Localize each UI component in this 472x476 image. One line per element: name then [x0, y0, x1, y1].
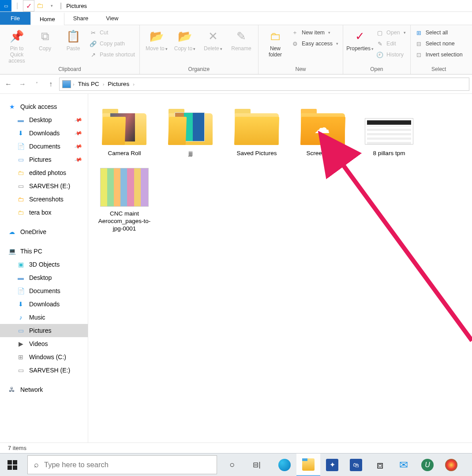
sidebar-item-documents2[interactable]: 📄Documents	[0, 284, 88, 298]
titlebar-folder-icon: 🗀	[34, 0, 46, 11]
pictures-icon: ▭	[17, 156, 25, 163]
sidebar-item-documents[interactable]: 📄Documents📌	[0, 140, 88, 153]
nav-recent-button[interactable]: ˅	[31, 78, 42, 90]
sidebar-item-e[interactable]: ▭SARVESH (E:)	[0, 364, 88, 377]
item-saved-pictures[interactable]: Saved Pictures	[226, 104, 288, 160]
edit-button[interactable]: ✎Edit	[376, 39, 406, 48]
sidebar-item-edited[interactable]: 🗀edited photos	[0, 166, 88, 179]
pin-quick-access-button[interactable]: 📌 Pin to Quick access	[4, 27, 29, 64]
title-bar: ▭ | ✓ 🗀 ▾ | Pictures	[0, 0, 472, 12]
copy-button[interactable]: ⧉ Copy	[33, 27, 57, 52]
tab-view[interactable]: View	[97, 12, 127, 25]
copy-icon: ⧉	[37, 28, 53, 45]
sidebar-item-downloads2[interactable]: ⬇Downloads	[0, 298, 88, 311]
titlebar-dropdown-icon[interactable]: ▾	[46, 0, 57, 11]
taskbar-search[interactable]: ⌕	[27, 455, 217, 474]
sidebar-item-videos[interactable]: ▶Videos	[0, 337, 88, 350]
tab-share[interactable]: Share	[64, 12, 97, 25]
network-icon: 🖧	[8, 386, 16, 393]
sidebar-onedrive[interactable]: ☁OneDrive	[0, 225, 88, 238]
search-input[interactable]	[44, 461, 210, 469]
item-camera-roll[interactable]: Camera Roll	[94, 104, 155, 160]
sidebar-item-desktop[interactable]: ▬Desktop📌	[0, 113, 88, 126]
titlebar-quick-icon[interactable]: ✓	[23, 0, 34, 11]
item-cnc[interactable]: CNC maint Aerocom_pages-to-jpg-0001	[94, 164, 155, 235]
sidebar-network[interactable]: 🖧Network	[0, 383, 88, 396]
sidebar-quick-access[interactable]: ★Quick access	[0, 100, 88, 113]
sidebar-item-terabox[interactable]: 🗀tera box	[0, 206, 88, 219]
tab-file[interactable]: File	[0, 12, 30, 25]
select-all-button[interactable]: ⊞Select all	[415, 28, 463, 37]
content-area[interactable]: Camera Roll jjj Saved Pictures ☁ Screens…	[88, 94, 472, 452]
taskbar-mail[interactable]: ✉	[392, 454, 416, 476]
sidebar-item-music[interactable]: ♪Music	[0, 311, 88, 324]
tab-home[interactable]: Home	[30, 12, 64, 25]
item-screenshots[interactable]: ☁ Screenshots	[292, 104, 354, 160]
taskbar-edge[interactable]	[273, 454, 296, 476]
nav-forward-button[interactable]: →	[17, 78, 28, 90]
taskbar-store[interactable]: 🛍	[344, 454, 368, 476]
new-folder-button[interactable]: 🗀 New folder	[263, 27, 288, 58]
sidebar-item-downloads[interactable]: ⬇Downloads📌	[0, 126, 88, 140]
sidebar-item-c[interactable]: ⊞Windows (C:)	[0, 350, 88, 364]
cut-button[interactable]: ✂Cut	[89, 28, 135, 37]
group-label-new: New	[263, 65, 338, 74]
pin-icon: 📌	[8, 28, 25, 45]
chevron-icon[interactable]: ›	[103, 82, 105, 87]
ribbon: 📌 Pin to Quick access ⧉ Copy 📋 Paste ✂Cu…	[0, 25, 472, 74]
nav-sidebar: ★Quick access ▬Desktop📌 ⬇Downloads📌 📄Doc…	[0, 94, 88, 452]
paste-button[interactable]: 📋 Paste	[61, 27, 86, 52]
open-button[interactable]: ▢Open▾	[376, 28, 406, 37]
shortcut-icon: ↗	[89, 52, 97, 58]
history-button[interactable]: 🕘History	[376, 50, 406, 60]
item-jjj[interactable]: jjj	[160, 104, 221, 160]
taskbar-app1[interactable]: ✦	[320, 454, 344, 476]
crumb-this-pc[interactable]: This PC	[76, 80, 101, 88]
sidebar-this-pc[interactable]: 💻This PC	[0, 245, 88, 258]
rename-button[interactable]: ✎ Rename	[229, 27, 254, 52]
pin-icon: 📌	[74, 115, 83, 124]
delete-button[interactable]: ✕ Delete▾	[201, 27, 225, 52]
properties-button[interactable]: ✓ Properties▾	[348, 27, 372, 52]
new-item-icon: ＋	[291, 29, 299, 37]
crumb-pictures[interactable]: Pictures	[106, 80, 131, 88]
task-view-button[interactable]: ⊟|	[244, 454, 269, 476]
move-to-button[interactable]: 📂 Move to▾	[144, 27, 169, 52]
taskbar-app3[interactable]	[439, 454, 463, 476]
copy-to-button[interactable]: 📂 Copy to▾	[172, 27, 197, 52]
nav-back-button[interactable]: ←	[3, 78, 14, 90]
new-item-button[interactable]: ＋New item▾	[291, 28, 338, 37]
select-none-icon: ⊟	[415, 41, 423, 47]
sidebar-item-pictures2[interactable]: ▭Pictures	[0, 324, 88, 337]
start-button[interactable]	[0, 454, 25, 476]
sidebar-item-sarvesh[interactable]: ▭SARVESH (E:)	[0, 179, 88, 193]
move-icon: 📂	[148, 28, 165, 45]
cortana-button[interactable]: ○	[220, 454, 244, 476]
item-8pillars[interactable]: 8 pillars tpm	[358, 104, 420, 160]
ribbon-group-select: ⊞Select all ⊟Select none ⊡Invert selecti…	[411, 25, 467, 74]
group-label-select: Select	[415, 65, 463, 74]
ribbon-group-open: ✓ Properties▾ ▢Open▾ ✎Edit 🕘History Open	[343, 25, 411, 74]
tabs-row: File Home Share View	[0, 12, 472, 25]
sidebar-item-desktop2[interactable]: ▬Desktop	[0, 271, 88, 284]
window-title: Pictures	[66, 3, 87, 9]
folder-icon: 🗀	[17, 169, 25, 176]
pin-icon: 📌	[74, 155, 83, 164]
taskbar-app2[interactable]: U	[416, 454, 439, 476]
select-none-button[interactable]: ⊟Select none	[415, 39, 463, 48]
address-bar[interactable]: › This PC › Pictures ›	[59, 78, 469, 91]
copy-path-button[interactable]: 🔗Copy path	[89, 39, 135, 48]
sidebar-item-3d[interactable]: ▣3D Objects	[0, 258, 88, 271]
desktop-icon: ▬	[17, 116, 25, 123]
taskbar-dropbox[interactable]: ⧈	[368, 454, 392, 476]
nav-up-button[interactable]: ↑	[45, 78, 56, 90]
sidebar-item-screenshots[interactable]: 🗀Screenshots	[0, 193, 88, 206]
taskbar: ⌕ ○ ⊟| ✦ 🛍 ⧈ ✉ U	[0, 453, 472, 476]
taskbar-explorer[interactable]	[296, 454, 320, 476]
invert-selection-button[interactable]: ⊡Invert selection	[415, 50, 463, 60]
chevron-icon[interactable]: ›	[73, 82, 75, 87]
chevron-icon[interactable]: ›	[133, 82, 135, 87]
easy-access-button[interactable]: ⚙Easy access▾	[291, 39, 338, 48]
sidebar-item-pictures[interactable]: ▭Pictures📌	[0, 153, 88, 166]
paste-shortcut-button[interactable]: ↗Paste shortcut	[89, 50, 135, 60]
